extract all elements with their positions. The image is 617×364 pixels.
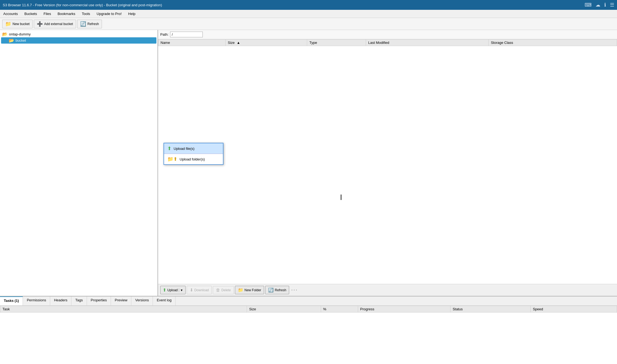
add-external-icon: ➕ xyxy=(37,21,43,27)
path-label: Path: xyxy=(160,32,168,37)
upload-file-icon: ⬆ xyxy=(167,145,171,151)
add-external-label: Add external bucket xyxy=(44,22,73,26)
tab-event-log[interactable]: Event log xyxy=(153,296,176,305)
refresh-files-label: Refresh xyxy=(275,288,286,292)
delete-icon: 🗑 xyxy=(216,288,220,293)
upload-files-menu-item[interactable]: ⬆ Upload file(s) xyxy=(164,143,223,154)
tab-tasks[interactable]: Tasks (1) xyxy=(0,296,23,305)
col-type: Type xyxy=(307,40,366,46)
add-external-bucket-button[interactable]: ➕ Add external bucket xyxy=(34,20,76,28)
cursor xyxy=(341,195,341,200)
tab-properties[interactable]: Properties xyxy=(87,296,111,305)
refresh-files-icon: 🔄 xyxy=(268,287,274,293)
bottom-toolbar: ⬆ Upload ▼ ⬇ Download 🗑 Delete 📁 New Fol… xyxy=(158,284,617,296)
upload-folders-label: Upload folder(s) xyxy=(180,157,205,161)
tab-versions[interactable]: Versions xyxy=(131,296,153,305)
download-button: ⬇ Download xyxy=(187,286,212,294)
path-bar: Path: xyxy=(158,30,617,39)
sort-icon: ▲ xyxy=(237,41,240,45)
path-input[interactable] xyxy=(170,32,203,37)
main-area: 📂 ontap-dummy 📂 bucket Path: Name Size xyxy=(0,30,617,296)
list-icon[interactable]: ☰ xyxy=(610,2,614,8)
folder-icon-bucket: 📂 xyxy=(9,38,14,43)
tasks-col-speed: Speed xyxy=(531,306,617,313)
tasks-area: Tasks (1) Permissions Headers Tags Prope… xyxy=(0,296,617,364)
col-storage-class: Storage Class xyxy=(489,40,617,46)
bucket-tree-panel: 📂 ontap-dummy 📂 bucket xyxy=(0,30,158,296)
tree-label-bucket: bucket xyxy=(16,38,26,43)
tasks-col-progress: Progress xyxy=(358,306,450,313)
tasks-col-status: Status xyxy=(450,306,530,313)
menu-help[interactable]: Help xyxy=(125,11,139,17)
col-size: Size ▲ xyxy=(225,40,307,46)
tasks-tab-bar: Tasks (1) Permissions Headers Tags Prope… xyxy=(0,296,617,306)
delete-label: Delete xyxy=(221,288,231,292)
upload-dropdown-menu: ⬆ Upload file(s) 📁⬆ Upload folder(s) xyxy=(164,143,223,165)
delete-button: 🗑 Delete xyxy=(213,286,234,294)
menu-accounts[interactable]: Accounts xyxy=(0,11,21,17)
upload-button[interactable]: ⬆ Upload ▼ xyxy=(160,286,186,294)
tree-item-bucket[interactable]: 📂 bucket xyxy=(1,37,156,44)
download-icon: ⬇ xyxy=(190,287,193,293)
menu-upgrade[interactable]: Upgrade to Pro! xyxy=(93,11,125,17)
menu-files[interactable]: Files xyxy=(40,11,54,17)
tasks-col-task: Task xyxy=(0,306,247,313)
col-last-modified: Last Modified xyxy=(366,40,488,46)
tree-item-ontap-dummy[interactable]: 📂 ontap-dummy xyxy=(1,31,156,37)
tasks-table: Task Size % Progress Status Speed xyxy=(0,306,617,364)
new-folder-button[interactable]: 📁 New Folder xyxy=(235,286,264,294)
new-bucket-button[interactable]: 📁 New bucket xyxy=(2,20,33,28)
new-folder-icon: 📁 xyxy=(238,287,243,293)
new-bucket-label: New bucket xyxy=(13,22,30,26)
download-label: Download xyxy=(194,288,209,292)
refresh-button[interactable]: 🔄 Refresh xyxy=(77,20,102,28)
col-name: Name xyxy=(158,40,226,46)
file-list-table: Name Size ▲ Type Last Modified Storage C… xyxy=(158,39,617,284)
tree-label-ontap-dummy: ontap-dummy xyxy=(9,32,31,36)
file-browser-panel: Path: Name Size ▲ Type Last Modified Sto… xyxy=(158,30,617,296)
menu-bar: Accounts Buckets Files Bookmarks Tools U… xyxy=(0,10,617,18)
upload-btn-icon: ⬆ xyxy=(163,287,166,293)
refresh-icon: 🔄 xyxy=(80,21,86,27)
new-bucket-icon: 📁 xyxy=(5,21,11,27)
tab-tags[interactable]: Tags xyxy=(71,296,87,305)
title-bar: S3 Browser 11.6.7 - Free Version (for no… xyxy=(0,0,617,10)
main-toolbar: 📁 New bucket ➕ Add external bucket 🔄 Ref… xyxy=(0,18,617,30)
title-icons: ⌨ ☁ ℹ ☰ xyxy=(585,2,614,8)
upload-dropdown-arrow[interactable]: ▼ xyxy=(179,289,183,292)
resize-handle[interactable]: • • • xyxy=(290,288,298,292)
info-icon[interactable]: ℹ xyxy=(604,2,606,8)
folder-icon-ontap-dummy: 📂 xyxy=(2,32,8,37)
upload-folder-icon: 📁⬆ xyxy=(167,156,177,162)
menu-tools[interactable]: Tools xyxy=(78,11,93,17)
cloud-icon[interactable]: ☁ xyxy=(595,2,600,8)
upload-folders-menu-item[interactable]: 📁⬆ Upload folder(s) xyxy=(164,154,223,164)
tasks-col-size: Size xyxy=(247,306,321,313)
app-title: S3 Browser 11.6.7 - Free Version (for no… xyxy=(3,3,162,7)
keyboard-icon[interactable]: ⌨ xyxy=(585,2,592,8)
upload-files-label: Upload file(s) xyxy=(174,147,195,151)
tab-headers[interactable]: Headers xyxy=(50,296,71,305)
refresh-files-button[interactable]: 🔄 Refresh xyxy=(265,286,289,294)
menu-buckets[interactable]: Buckets xyxy=(21,11,40,17)
tab-preview[interactable]: Preview xyxy=(111,296,131,305)
upload-btn-label: Upload xyxy=(167,288,178,292)
tasks-col-percent: % xyxy=(321,306,358,313)
refresh-label: Refresh xyxy=(87,22,99,26)
tab-permissions[interactable]: Permissions xyxy=(23,296,50,305)
menu-bookmarks[interactable]: Bookmarks xyxy=(54,11,78,17)
new-folder-label: New Folder xyxy=(244,288,261,292)
